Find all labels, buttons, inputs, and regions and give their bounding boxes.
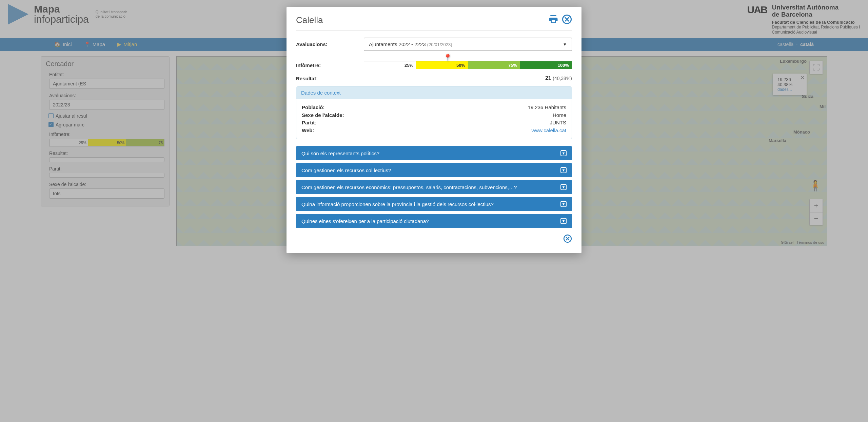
result-value: 21 (40,38%): [545, 75, 572, 81]
acc-item-4[interactable]: Quines eines s'ofereixen per a la partic…: [296, 214, 572, 228]
result-label: Resultat:: [296, 76, 318, 81]
modal-overlay[interactable]: Calella Avaluacions: Ajuntaments 2022 - …: [0, 0, 868, 422]
infometer-label: Infòmetre:: [296, 62, 364, 68]
context-box: Dades de context Població: 19.236 Habita…: [296, 86, 572, 139]
acc-item-3[interactable]: Quina informació proporcionen sobre la p…: [296, 197, 572, 211]
chevron-down-icon: ▼: [560, 201, 567, 207]
chevron-down-icon: ▼: [560, 184, 567, 190]
acc-item-0[interactable]: Qui són els representants polítics? ▼: [296, 146, 572, 160]
print-icon: [548, 14, 558, 24]
modal: Calella Avaluacions: Ajuntaments 2022 - …: [287, 7, 581, 253]
chevron-down-icon: ▼: [560, 150, 567, 156]
modal-title: Calella: [296, 15, 323, 25]
context-title: Dades de context: [296, 86, 572, 99]
chevron-down-icon: ▼: [560, 167, 567, 173]
acc-item-1[interactable]: Com gestionen els recursos col·lectius? …: [296, 163, 572, 177]
chevron-down-icon: ▼: [563, 42, 567, 47]
eval-label: Avaluacions:: [296, 41, 364, 47]
footer-close-button[interactable]: [563, 234, 572, 244]
infometer-bar: 25% 50% 75% 100%: [364, 61, 572, 69]
marker-icon: 📍: [443, 54, 452, 62]
close-circle-icon: [562, 14, 572, 24]
web-link[interactable]: www.calella.cat: [531, 127, 566, 135]
print-button[interactable]: [548, 14, 558, 26]
chevron-down-icon: ▼: [560, 218, 567, 224]
eval-dropdown[interactable]: Ajuntaments 2022 - 2223 (20/01/2023) ▼: [364, 38, 572, 51]
accordion: Qui són els representants polítics? ▼ Co…: [296, 146, 572, 228]
close-button[interactable]: [562, 14, 572, 26]
close-circle-icon: [563, 234, 572, 243]
acc-item-2[interactable]: Com gestionen els recursos econòmics: pr…: [296, 180, 572, 194]
